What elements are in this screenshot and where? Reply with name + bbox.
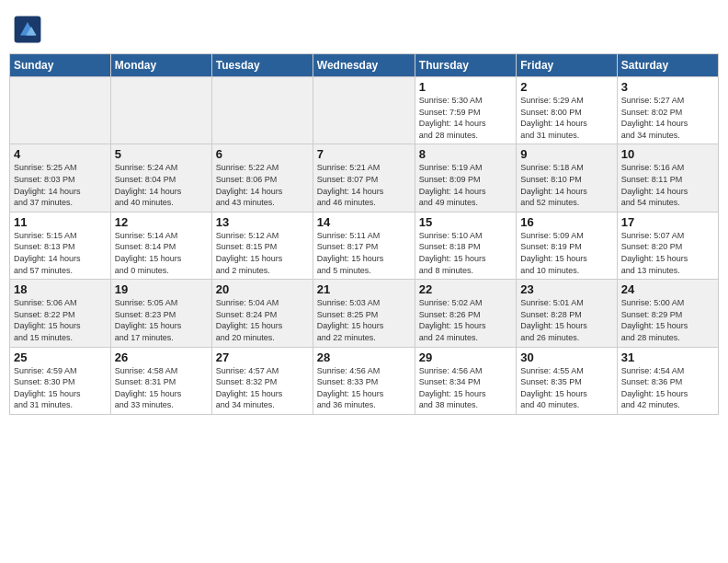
calendar-cell: 24Sunrise: 5:00 AM Sunset: 8:29 PM Dayli… bbox=[617, 280, 718, 347]
calendar-cell: 26Sunrise: 4:58 AM Sunset: 8:31 PM Dayli… bbox=[110, 347, 211, 414]
day-info: Sunrise: 5:04 AM Sunset: 8:24 PM Dayligh… bbox=[216, 297, 309, 343]
day-info: Sunrise: 5:02 AM Sunset: 8:26 PM Dayligh… bbox=[419, 297, 512, 343]
calendar-cell: 3Sunrise: 5:27 AM Sunset: 8:02 PM Daylig… bbox=[617, 77, 718, 144]
calendar-cell: 25Sunrise: 4:59 AM Sunset: 8:30 PM Dayli… bbox=[10, 347, 111, 414]
calendar-cell: 11Sunrise: 5:15 AM Sunset: 8:13 PM Dayli… bbox=[10, 212, 111, 279]
day-info: Sunrise: 5:12 AM Sunset: 8:15 PM Dayligh… bbox=[216, 230, 309, 276]
day-number: 14 bbox=[317, 215, 411, 229]
day-info: Sunrise: 5:01 AM Sunset: 8:28 PM Dayligh… bbox=[520, 297, 612, 343]
calendar-cell bbox=[211, 77, 313, 144]
column-header-thursday: Thursday bbox=[415, 54, 516, 77]
day-number: 15 bbox=[419, 215, 512, 229]
day-number: 12 bbox=[115, 215, 208, 229]
calendar-cell: 5Sunrise: 5:24 AM Sunset: 8:04 PM Daylig… bbox=[110, 144, 211, 212]
calendar-cell: 19Sunrise: 5:05 AM Sunset: 8:23 PM Dayli… bbox=[110, 280, 211, 347]
calendar-cell bbox=[110, 77, 211, 144]
calendar-cell: 21Sunrise: 5:03 AM Sunset: 8:25 PM Dayli… bbox=[313, 280, 415, 347]
day-number: 13 bbox=[216, 215, 309, 229]
calendar-cell: 22Sunrise: 5:02 AM Sunset: 8:26 PM Dayli… bbox=[415, 280, 516, 347]
calendar-cell: 30Sunrise: 4:55 AM Sunset: 8:35 PM Dayli… bbox=[517, 347, 617, 414]
calendar-cell: 29Sunrise: 4:56 AM Sunset: 8:34 PM Dayli… bbox=[415, 347, 516, 414]
day-info: Sunrise: 5:19 AM Sunset: 8:09 PM Dayligh… bbox=[419, 162, 512, 208]
day-info: Sunrise: 4:57 AM Sunset: 8:32 PM Dayligh… bbox=[216, 365, 309, 411]
calendar-cell: 10Sunrise: 5:16 AM Sunset: 8:11 PM Dayli… bbox=[617, 144, 718, 212]
day-number: 3 bbox=[621, 80, 714, 94]
day-info: Sunrise: 5:25 AM Sunset: 8:03 PM Dayligh… bbox=[14, 162, 107, 208]
calendar-cell: 1Sunrise: 5:30 AM Sunset: 7:59 PM Daylig… bbox=[415, 77, 516, 144]
calendar-cell: 28Sunrise: 4:56 AM Sunset: 8:33 PM Dayli… bbox=[313, 347, 415, 414]
day-number: 30 bbox=[520, 350, 612, 364]
day-info: Sunrise: 4:58 AM Sunset: 8:31 PM Dayligh… bbox=[115, 365, 208, 411]
day-number: 4 bbox=[14, 147, 107, 161]
calendar-week-2: 4Sunrise: 5:25 AM Sunset: 8:03 PM Daylig… bbox=[10, 144, 719, 212]
day-number: 19 bbox=[115, 282, 208, 296]
day-info: Sunrise: 4:54 AM Sunset: 8:36 PM Dayligh… bbox=[621, 365, 714, 411]
day-number: 16 bbox=[520, 215, 612, 229]
day-info: Sunrise: 5:24 AM Sunset: 8:04 PM Dayligh… bbox=[115, 162, 208, 208]
day-number: 28 bbox=[317, 350, 411, 364]
calendar-week-1: 1Sunrise: 5:30 AM Sunset: 7:59 PM Daylig… bbox=[10, 77, 719, 144]
day-number: 17 bbox=[621, 215, 714, 229]
day-info: Sunrise: 4:56 AM Sunset: 8:34 PM Dayligh… bbox=[419, 365, 512, 411]
day-info: Sunrise: 5:29 AM Sunset: 8:00 PM Dayligh… bbox=[520, 95, 612, 141]
column-header-tuesday: Tuesday bbox=[211, 54, 313, 77]
calendar-header-row: SundayMondayTuesdayWednesdayThursdayFrid… bbox=[10, 54, 719, 77]
day-info: Sunrise: 5:18 AM Sunset: 8:10 PM Dayligh… bbox=[520, 162, 612, 208]
day-number: 1 bbox=[419, 80, 512, 94]
day-info: Sunrise: 5:30 AM Sunset: 7:59 PM Dayligh… bbox=[419, 95, 512, 141]
day-info: Sunrise: 5:15 AM Sunset: 8:13 PM Dayligh… bbox=[14, 230, 107, 276]
day-number: 23 bbox=[520, 282, 612, 296]
day-number: 6 bbox=[216, 147, 309, 161]
logo bbox=[13, 15, 44, 44]
day-info: Sunrise: 5:07 AM Sunset: 8:20 PM Dayligh… bbox=[621, 230, 714, 276]
day-info: Sunrise: 5:06 AM Sunset: 8:22 PM Dayligh… bbox=[14, 297, 107, 343]
page-header bbox=[9, 9, 719, 50]
calendar-cell: 15Sunrise: 5:10 AM Sunset: 8:18 PM Dayli… bbox=[415, 212, 516, 279]
column-header-sunday: Sunday bbox=[10, 54, 111, 77]
calendar-cell bbox=[10, 77, 111, 144]
calendar-table: SundayMondayTuesdayWednesdayThursdayFrid… bbox=[9, 53, 719, 415]
day-number: 5 bbox=[115, 147, 208, 161]
column-header-wednesday: Wednesday bbox=[313, 54, 415, 77]
day-number: 10 bbox=[621, 147, 714, 161]
calendar-cell bbox=[313, 77, 415, 144]
day-number: 11 bbox=[14, 215, 107, 229]
calendar-week-4: 18Sunrise: 5:06 AM Sunset: 8:22 PM Dayli… bbox=[10, 280, 719, 347]
column-header-friday: Friday bbox=[517, 54, 617, 77]
day-number: 8 bbox=[419, 147, 512, 161]
calendar-cell: 16Sunrise: 5:09 AM Sunset: 8:19 PM Dayli… bbox=[517, 212, 617, 279]
day-number: 7 bbox=[317, 147, 411, 161]
day-info: Sunrise: 5:21 AM Sunset: 8:07 PM Dayligh… bbox=[317, 162, 411, 208]
day-info: Sunrise: 5:10 AM Sunset: 8:18 PM Dayligh… bbox=[419, 230, 512, 276]
day-info: Sunrise: 4:56 AM Sunset: 8:33 PM Dayligh… bbox=[317, 365, 411, 411]
day-number: 26 bbox=[115, 350, 208, 364]
day-number: 22 bbox=[419, 282, 512, 296]
calendar-cell: 2Sunrise: 5:29 AM Sunset: 8:00 PM Daylig… bbox=[517, 77, 617, 144]
day-info: Sunrise: 4:55 AM Sunset: 8:35 PM Dayligh… bbox=[520, 365, 612, 411]
calendar-cell: 13Sunrise: 5:12 AM Sunset: 8:15 PM Dayli… bbox=[211, 212, 313, 279]
calendar-week-3: 11Sunrise: 5:15 AM Sunset: 8:13 PM Dayli… bbox=[10, 212, 719, 279]
calendar-cell: 23Sunrise: 5:01 AM Sunset: 8:28 PM Dayli… bbox=[517, 280, 617, 347]
column-header-saturday: Saturday bbox=[617, 54, 718, 77]
day-number: 21 bbox=[317, 282, 411, 296]
day-info: Sunrise: 5:05 AM Sunset: 8:23 PM Dayligh… bbox=[115, 297, 208, 343]
calendar-cell: 8Sunrise: 5:19 AM Sunset: 8:09 PM Daylig… bbox=[415, 144, 516, 212]
calendar-cell: 27Sunrise: 4:57 AM Sunset: 8:32 PM Dayli… bbox=[211, 347, 313, 414]
calendar-cell: 9Sunrise: 5:18 AM Sunset: 8:10 PM Daylig… bbox=[517, 144, 617, 212]
day-info: Sunrise: 5:27 AM Sunset: 8:02 PM Dayligh… bbox=[621, 95, 714, 141]
calendar-cell: 18Sunrise: 5:06 AM Sunset: 8:22 PM Dayli… bbox=[10, 280, 111, 347]
calendar-cell: 7Sunrise: 5:21 AM Sunset: 8:07 PM Daylig… bbox=[313, 144, 415, 212]
day-number: 9 bbox=[520, 147, 612, 161]
day-number: 27 bbox=[216, 350, 309, 364]
column-header-monday: Monday bbox=[110, 54, 211, 77]
day-info: Sunrise: 5:03 AM Sunset: 8:25 PM Dayligh… bbox=[317, 297, 411, 343]
day-number: 2 bbox=[520, 80, 612, 94]
calendar-cell: 14Sunrise: 5:11 AM Sunset: 8:17 PM Dayli… bbox=[313, 212, 415, 279]
day-number: 31 bbox=[621, 350, 714, 364]
day-info: Sunrise: 5:00 AM Sunset: 8:29 PM Dayligh… bbox=[621, 297, 714, 343]
calendar-cell: 31Sunrise: 4:54 AM Sunset: 8:36 PM Dayli… bbox=[617, 347, 718, 414]
day-number: 18 bbox=[14, 282, 107, 296]
calendar-cell: 4Sunrise: 5:25 AM Sunset: 8:03 PM Daylig… bbox=[10, 144, 111, 212]
day-info: Sunrise: 4:59 AM Sunset: 8:30 PM Dayligh… bbox=[14, 365, 107, 411]
calendar-cell: 6Sunrise: 5:22 AM Sunset: 8:06 PM Daylig… bbox=[211, 144, 313, 212]
